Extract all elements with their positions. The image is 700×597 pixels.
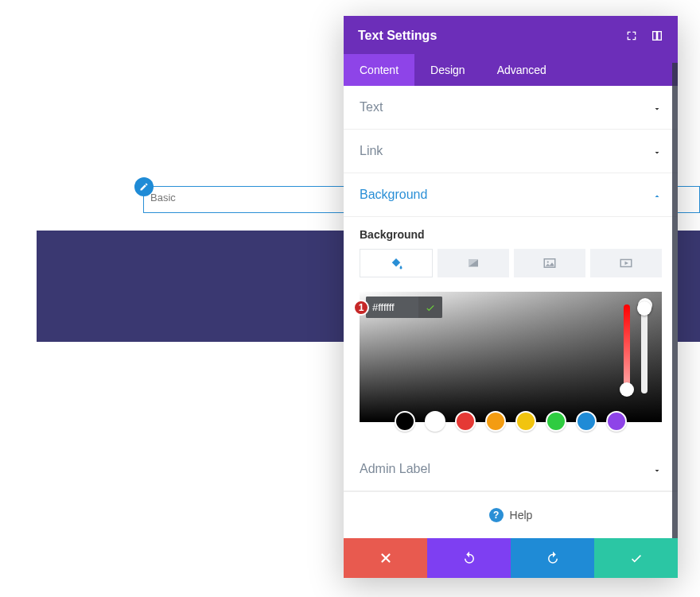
panel-header[interactable]: Text Settings xyxy=(344,16,678,54)
close-icon xyxy=(379,551,393,565)
gradient-icon xyxy=(466,256,480,270)
tab-advanced[interactable]: Advanced xyxy=(481,54,562,86)
panel-scrollbar[interactable] xyxy=(672,63,678,538)
tab-content[interactable]: Content xyxy=(344,54,414,86)
chevron-down-icon xyxy=(652,464,662,474)
check-icon xyxy=(425,302,436,313)
accordion-background[interactable]: Background xyxy=(344,173,678,217)
accordion-admin-label-text: Admin Label xyxy=(360,462,430,476)
help-row[interactable]: ? Help xyxy=(344,491,678,538)
hex-input[interactable] xyxy=(366,297,418,318)
bg-type-image[interactable] xyxy=(514,249,585,277)
bg-type-video[interactable] xyxy=(590,249,662,277)
panel-body: Text Link Background Background xyxy=(344,86,678,538)
cancel-button[interactable] xyxy=(344,538,427,578)
accordion-admin-label[interactable]: Admin Label xyxy=(344,448,678,491)
chevron-down-icon xyxy=(652,103,662,112)
svg-point-4 xyxy=(547,261,549,262)
accordion-background-label: Background xyxy=(360,188,427,202)
check-icon xyxy=(629,551,644,565)
alpha-slider[interactable] xyxy=(641,304,648,393)
svg-rect-0 xyxy=(653,32,657,41)
expand-icon[interactable] xyxy=(625,29,638,42)
background-field-label: Background xyxy=(360,228,662,241)
swatch-green[interactable] xyxy=(546,411,566,432)
swatch-red[interactable] xyxy=(455,411,476,432)
accordion-text[interactable]: Text xyxy=(344,86,678,130)
hue-slider[interactable] xyxy=(624,304,630,393)
accordion-text-label: Text xyxy=(360,100,383,114)
help-label: Help xyxy=(510,509,533,521)
video-icon xyxy=(619,256,633,270)
module-label: Basic xyxy=(150,192,176,204)
panel-footer xyxy=(344,538,678,578)
swatch-purple[interactable] xyxy=(606,411,627,432)
swatch-yellow[interactable] xyxy=(515,411,536,432)
alpha-thumb[interactable] xyxy=(637,301,651,316)
redo-icon xyxy=(546,551,560,565)
swatch-black[interactable] xyxy=(395,411,415,432)
chevron-down-icon xyxy=(652,146,662,156)
color-swatches xyxy=(360,411,662,432)
undo-button[interactable] xyxy=(427,538,511,578)
bg-type-color[interactable] xyxy=(360,249,433,277)
tab-design[interactable]: Design xyxy=(414,54,481,86)
accordion-link[interactable]: Link xyxy=(344,130,678,173)
accordion-link-label: Link xyxy=(360,144,383,158)
text-settings-panel: Text Settings Content Design Advanced Te… xyxy=(344,16,678,578)
panel-title: Text Settings xyxy=(358,29,437,43)
bg-type-gradient[interactable] xyxy=(438,249,509,277)
swatch-blue[interactable] xyxy=(576,411,597,432)
svg-rect-1 xyxy=(658,32,662,41)
hex-confirm-button[interactable] xyxy=(418,297,442,318)
panel-tabs: Content Design Advanced xyxy=(344,54,678,86)
save-button[interactable] xyxy=(594,538,678,578)
background-type-tabs xyxy=(360,249,662,277)
background-section: Background 1 xyxy=(344,228,678,448)
tutorial-step-badge: 1 xyxy=(353,300,369,316)
image-icon xyxy=(542,256,557,270)
help-icon: ? xyxy=(489,508,504,522)
paint-bucket-icon xyxy=(389,256,403,270)
hue-thumb[interactable] xyxy=(620,382,634,397)
undo-icon xyxy=(462,551,476,565)
chevron-up-icon xyxy=(652,190,662,200)
snap-icon[interactable] xyxy=(651,29,663,42)
swatch-orange[interactable] xyxy=(485,411,506,432)
redo-button[interactable] xyxy=(511,538,594,578)
color-picker: 1 xyxy=(360,292,662,432)
swatch-white[interactable] xyxy=(425,411,445,432)
pencil-icon xyxy=(139,182,149,192)
module-drag-handle[interactable] xyxy=(134,177,154,196)
